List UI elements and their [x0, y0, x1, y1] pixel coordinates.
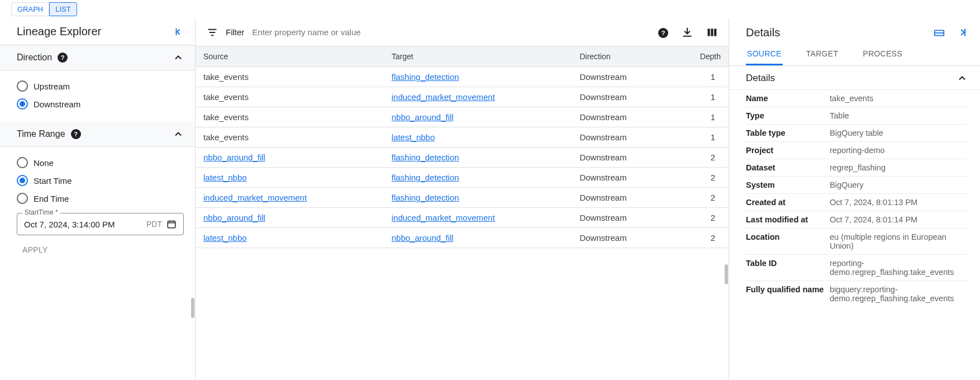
lineage-explorer-sidebar: Lineage Explorer Direction ?: [0, 18, 196, 380]
filter-label: Filter: [226, 27, 244, 37]
radio-start-time[interactable]: Start Time: [17, 172, 184, 189]
time-range-label: Time Range: [17, 129, 65, 139]
cell-depth: 1: [671, 127, 729, 148]
fullscreen-icon[interactable]: [933, 27, 945, 39]
radio-downstream[interactable]: Downstream: [17, 95, 184, 113]
table-row[interactable]: take_eventsflashing_detectionDownstream1: [196, 67, 729, 87]
source-link[interactable]: latest_nbbo: [203, 233, 247, 243]
cell-direction: Downstream: [572, 168, 670, 188]
cell-target: induced_market_movement: [384, 87, 572, 107]
col-depth[interactable]: Depth: [671, 46, 729, 67]
table-row[interactable]: latest_nbboflashing_detectionDownstream2: [196, 168, 729, 188]
calendar-icon[interactable]: [166, 219, 177, 229]
cell-depth: 2: [671, 168, 729, 188]
radio-none[interactable]: None: [17, 154, 184, 172]
svg-rect-0: [168, 221, 175, 228]
tab-process[interactable]: PROCESS: [862, 45, 903, 65]
col-source[interactable]: Source: [196, 46, 384, 67]
detail-key: Location: [746, 232, 830, 250]
detail-row: Last modified atOct 7, 2024, 8:01:14 PM: [746, 211, 968, 229]
cell-direction: Downstream: [572, 148, 670, 168]
detail-value: take_events: [830, 94, 873, 103]
target-link[interactable]: flashing_detection: [392, 173, 459, 182]
tab-source[interactable]: SOURCE: [746, 45, 783, 65]
table-row[interactable]: take_eventsinduced_market_movementDownst…: [196, 87, 729, 107]
table-row[interactable]: latest_nbbonbbo_around_fillDownstream2: [196, 228, 729, 248]
target-link[interactable]: nbbo_around_fill: [392, 233, 454, 243]
tab-target[interactable]: TARGET: [805, 45, 840, 65]
cell-source: nbbo_around_fill: [196, 148, 384, 168]
table-row[interactable]: take_eventslatest_nbboDownstream1: [196, 127, 729, 148]
scrollbar-thumb[interactable]: [725, 264, 728, 284]
cell-target: nbbo_around_fill: [384, 107, 572, 127]
detail-row: TypeTable: [746, 107, 968, 125]
time-range-section-header[interactable]: Time Range ?: [0, 122, 195, 147]
cell-direction: Downstream: [572, 208, 670, 228]
direction-section-header[interactable]: Direction ?: [0, 45, 195, 70]
table-row[interactable]: induced_market_movementflashing_detectio…: [196, 188, 729, 208]
detail-key: Name: [746, 94, 830, 103]
target-link[interactable]: nbbo_around_fill: [392, 112, 454, 122]
target-link[interactable]: latest_nbbo: [392, 132, 435, 142]
cell-direction: Downstream: [572, 127, 670, 148]
chevron-up-icon: [957, 73, 968, 84]
radio-end-time[interactable]: End Time: [17, 189, 184, 207]
target-link[interactable]: induced_market_movement: [392, 92, 495, 102]
source-link[interactable]: induced_market_movement: [203, 193, 307, 202]
details-sub-label: Details: [746, 73, 775, 84]
detail-value: eu (multiple regions in European Union): [830, 232, 968, 250]
svg-rect-3: [714, 28, 716, 36]
source-link[interactable]: latest_nbbo: [203, 173, 247, 182]
table-row[interactable]: take_eventsnbbo_around_fillDownstream1: [196, 107, 729, 127]
detail-key: Type: [746, 111, 830, 120]
radio-icon: [17, 157, 28, 168]
radio-upstream-label: Upstream: [34, 82, 70, 91]
cell-target: flashing_detection: [384, 67, 572, 87]
collapse-details-icon[interactable]: [957, 27, 968, 39]
filter-input[interactable]: [252, 27, 650, 37]
download-icon[interactable]: [682, 27, 693, 38]
source-link[interactable]: nbbo_around_fill: [203, 213, 265, 222]
svg-rect-1: [708, 28, 710, 36]
source-link[interactable]: nbbo_around_fill: [203, 153, 265, 162]
tab-graph[interactable]: GRAPH: [11, 2, 49, 16]
svg-rect-2: [711, 28, 713, 36]
help-icon[interactable]: ?: [58, 53, 68, 63]
radio-start-label: Start Time: [34, 176, 72, 186]
target-link[interactable]: flashing_detection: [392, 72, 459, 82]
detail-row: Nametake_events: [746, 90, 968, 107]
radio-downstream-label: Downstream: [34, 99, 80, 109]
help-icon[interactable]: ?: [71, 129, 81, 139]
target-link[interactable]: flashing_detection: [392, 153, 459, 162]
cell-source: take_events: [196, 107, 384, 127]
col-direction[interactable]: Direction: [572, 46, 670, 67]
detail-key: Dataset: [746, 163, 830, 172]
details-tabs: SOURCE TARGET PROCESS: [729, 45, 980, 66]
tab-list[interactable]: LIST: [49, 2, 77, 16]
apply-button[interactable]: APPLY: [22, 245, 48, 254]
table-row[interactable]: nbbo_around_fillinduced_market_movementD…: [196, 208, 729, 228]
cell-direction: Downstream: [572, 87, 670, 107]
col-target[interactable]: Target: [384, 46, 572, 67]
detail-row: Table typeBigQuery table: [746, 125, 968, 142]
help-icon[interactable]: ?: [658, 26, 668, 38]
radio-upstream[interactable]: Upstream: [17, 77, 184, 95]
cell-source: take_events: [196, 127, 384, 148]
cell-depth: 1: [671, 107, 729, 127]
view-tabs: GRAPH LIST: [0, 0, 980, 18]
target-link[interactable]: induced_market_movement: [392, 213, 495, 222]
start-time-value: Oct 7, 2024, 3:14:00 PM: [24, 220, 115, 229]
start-time-field[interactable]: StartTime * Oct 7, 2024, 3:14:00 PM PDT: [17, 213, 184, 235]
start-time-field-label: StartTime *: [22, 208, 60, 216]
filter-bar: Filter ?: [196, 18, 729, 46]
detail-row: Datasetregrep_flashing: [746, 159, 968, 177]
collapse-sidebar-icon[interactable]: [174, 27, 184, 37]
cell-source: induced_market_movement: [196, 188, 384, 208]
columns-icon[interactable]: [706, 27, 717, 38]
target-link[interactable]: flashing_detection: [392, 193, 459, 202]
detail-value: Oct 7, 2024, 8:01:14 PM: [830, 215, 917, 224]
scrollbar-thumb[interactable]: [191, 298, 194, 318]
details-subheader[interactable]: Details: [729, 66, 980, 90]
table-row[interactable]: nbbo_around_fillflashing_detectionDownst…: [196, 148, 729, 168]
cell-depth: 2: [671, 188, 729, 208]
